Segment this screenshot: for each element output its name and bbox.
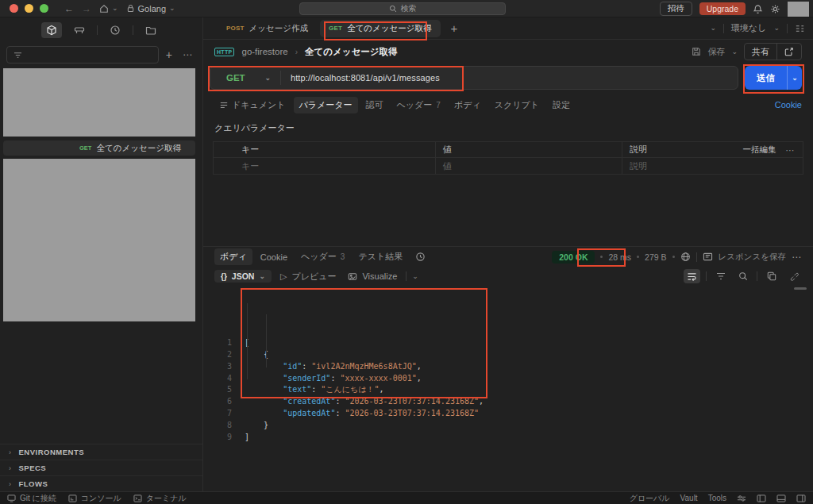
chevron-right-icon: › <box>9 464 12 472</box>
toggle-bottom-panel-icon[interactable] <box>776 494 786 502</box>
tab-settings[interactable]: 設定 <box>547 97 576 113</box>
preview-button[interactable]: ▷ プレビュー <box>277 271 340 283</box>
environment-quick-look-icon[interactable] <box>795 24 805 33</box>
bell-icon[interactable] <box>753 4 763 14</box>
sidebar-filter-input[interactable] <box>6 46 159 63</box>
tab-headers[interactable]: ヘッダー7 <box>391 97 446 113</box>
apis-icon[interactable] <box>69 22 90 38</box>
close-window-button[interactable] <box>10 4 18 13</box>
toggle-left-panel-icon[interactable] <box>757 494 766 502</box>
tab-test-results[interactable]: テスト結果 <box>353 248 408 265</box>
terminal-icon <box>133 494 142 502</box>
send-button[interactable]: 送信 ⌄ <box>745 66 802 90</box>
key-input[interactable]: キー <box>214 158 436 174</box>
sidebar-section-flows[interactable]: › FLOWS <box>0 475 202 491</box>
link-icon[interactable] <box>785 269 802 283</box>
sidebar-item-get-all-messages[interactable]: GET 全てのメッセージ取得 <box>3 140 195 156</box>
table-more-icon[interactable]: ⋯ <box>786 145 796 155</box>
breadcrumb-collection[interactable]: go-firestore <box>241 47 287 56</box>
request-tab-strip: POST メッセージ作成 GET 全てのメッセージ取得 + ⌄ 環境なし ⌄ <box>203 17 813 40</box>
tab-scripts[interactable]: スクリプト <box>489 97 545 113</box>
tab-params[interactable]: パラメーター <box>294 97 358 113</box>
sidebar-section-specs[interactable]: › SPECS <box>0 460 202 475</box>
wrap-text-icon[interactable] <box>684 269 700 283</box>
url-text[interactable]: http://localhost:8081/api/v1/messages <box>291 73 440 83</box>
request-name: 全てのメッセージ取得 <box>96 143 180 154</box>
tab-method-get: GET <box>329 25 342 32</box>
filter-results-icon[interactable] <box>712 269 729 283</box>
new-tab-button[interactable]: + <box>444 21 465 35</box>
toggle-right-panel-icon[interactable] <box>796 494 806 502</box>
save-button[interactable]: 保存 <box>707 46 725 58</box>
bulk-edit-button[interactable]: 一括編集 <box>743 144 776 156</box>
table-header-row: キー 値 説明 一括編集 ⋯ <box>214 142 803 158</box>
network-globe-icon[interactable] <box>680 252 691 262</box>
response-body-editor[interactable]: 1[2 {3 "id": "ivl2A2nMqzHMe6s8AtJQ",4 "s… <box>203 286 813 491</box>
avatar[interactable] <box>788 2 809 17</box>
format-selector[interactable]: {} JSON ⌄ <box>214 270 272 283</box>
breadcrumb: HTTP go-firestore › 全てのメッセージ取得 保存 ⌄ 共有 <box>203 40 813 63</box>
visualize-button[interactable]: Visualize <box>345 271 400 281</box>
vault-button[interactable]: Vault <box>680 494 698 502</box>
chevron-down-icon[interactable]: ⌄ <box>412 273 418 280</box>
tab-response-headers[interactable]: ヘッダー3 <box>295 248 350 265</box>
link-icon[interactable] <box>777 44 801 60</box>
upgrade-button[interactable]: Upgrade <box>699 2 746 15</box>
method-value: GET <box>226 73 245 83</box>
request-url-input[interactable]: GET ⌄ http://localhost:8081/api/v1/messa… <box>210 66 738 90</box>
git-connect-button[interactable]: Git に接続 <box>7 493 56 504</box>
history-icon[interactable] <box>105 22 125 38</box>
tab-post-message-create[interactable]: POST メッセージ作成 <box>218 20 317 37</box>
invite-button[interactable]: 招待 <box>660 2 692 16</box>
send-options-button[interactable]: ⌄ <box>787 66 802 90</box>
workspace-switcher[interactable]: Golang ⌄ <box>126 4 175 13</box>
tools-button[interactable]: Tools <box>708 494 726 502</box>
environment-selector[interactable]: 環境なし <box>731 22 767 34</box>
code-line: 9] <box>203 432 813 444</box>
scrollbar-thumb[interactable] <box>794 287 807 290</box>
minimize-window-button[interactable] <box>25 4 33 13</box>
tab-get-all-messages[interactable]: GET 全てのメッセージ取得 <box>320 20 441 37</box>
home-button[interactable]: ⌄ <box>99 4 118 13</box>
tab-response-body[interactable]: ボディ <box>214 248 252 265</box>
send-label: 送信 <box>745 66 787 90</box>
response-more-icon[interactable]: ⋯ <box>792 252 802 263</box>
gear-icon[interactable] <box>770 4 780 14</box>
settings-sliders-icon[interactable] <box>737 494 746 502</box>
global-search-input[interactable]: 検索 <box>299 2 506 15</box>
tab-authorization[interactable]: 認可 <box>360 97 389 113</box>
collections-icon[interactable] <box>41 22 62 38</box>
query-params-section: クエリパラメーター キー 値 説明 一括編集 ⋯ キー 値 説明 <box>203 114 813 175</box>
tab-documentation[interactable]: ドキュメント <box>214 97 291 113</box>
line-number: 6 <box>203 396 232 408</box>
back-icon[interactable]: ← <box>64 3 74 14</box>
forward-icon[interactable]: → <box>82 3 91 14</box>
chevron-down-icon: ⌄ <box>259 273 265 280</box>
tab-body[interactable]: ボディ <box>449 97 487 113</box>
breadcrumb-request-name[interactable]: 全てのメッセージ取得 <box>305 46 398 58</box>
filter-icon <box>13 52 22 59</box>
method-selector[interactable]: GET ⌄ <box>210 73 280 83</box>
share-button[interactable]: 共有 <box>745 44 776 60</box>
cookies-link[interactable]: Cookie <box>775 100 802 110</box>
copy-icon[interactable] <box>763 269 780 283</box>
chevron-down-icon[interactable]: ⌄ <box>773 25 780 32</box>
sidebar-add-button[interactable]: + <box>164 48 174 61</box>
value-input[interactable]: 値 <box>436 158 622 174</box>
response-history-icon[interactable] <box>415 252 426 262</box>
console-button[interactable]: コンソール <box>68 493 121 504</box>
zoom-window-button[interactable] <box>40 4 48 13</box>
global-variables-button[interactable]: グローバル <box>630 493 670 504</box>
chevron-down-icon[interactable]: ⌄ <box>731 48 738 56</box>
workspace-name: Golang <box>138 4 166 13</box>
search-response-icon[interactable] <box>734 269 751 283</box>
chevron-right-icon: › <box>295 48 298 56</box>
terminal-button[interactable]: ターミナル <box>133 493 187 504</box>
sidebar-section-environments[interactable]: › ENVIRONMENTS <box>0 444 202 460</box>
description-input[interactable]: 説明 <box>622 158 803 174</box>
save-response-button[interactable]: レスポンスを保存 <box>719 252 786 263</box>
tab-response-cookies[interactable]: Cookie <box>255 250 293 264</box>
chevron-down-icon[interactable]: ⌄ <box>710 25 716 32</box>
sidebar-more-icon[interactable]: ⋯ <box>179 49 196 60</box>
folder-icon[interactable] <box>141 22 161 38</box>
